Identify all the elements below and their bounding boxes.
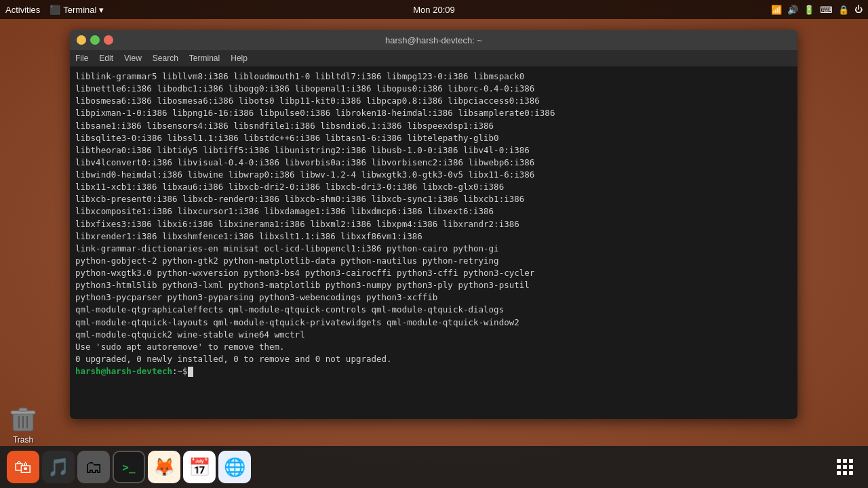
activities-button[interactable]: Activities [5,5,40,15]
terminal-output-12: libxcomposite1:i386 libxcursor1:i386 lib… [75,205,792,218]
top-bar: Activities ⬛ Terminal ▾ Mon 20:09 📶 🔊 🔋 … [0,0,868,19]
terminal-output-17: python-wxgtk3.0 python-wxversion python3… [75,267,792,279]
chromium-icon: 🌐 [224,457,245,478]
terminal-output-4: libpixman-1-0:i386 libpng16-16:i386 libp… [75,107,792,119]
keyboard-icon[interactable]: ⌨ [820,5,833,15]
trash-icon-container[interactable]: Trash [9,404,37,445]
window-controls [77,35,113,45]
top-bar-left: Activities ⬛ Terminal ▾ [5,5,104,15]
terminal-output-22: qml-module-qtquick2 wine-stable wine64 w… [75,329,792,341]
terminal-output-1: liblink-grammar5 libllvm8:i386 libloudmo… [75,70,792,83]
apps-grid-icon [837,459,853,475]
taskbar-terminal[interactable]: >_ [113,451,145,483]
prompt-suffix: :~$ [172,365,188,378]
calendar-icon: 📅 [189,457,210,478]
terminal-output-9: libwind0-heimdal:i386 libwine libwrap0:i… [75,169,792,181]
terminal-icon-small: ⬛ [50,5,60,15]
terminal-taskbar-icon: >_ [122,461,135,474]
terminal-output-19: python3-pycparser python3-pyparsing pyth… [75,291,792,304]
taskbar-files[interactable]: 🗂 [77,451,110,483]
lock-icon[interactable]: 🔒 [838,5,849,15]
maximize-button[interactable] [90,35,100,45]
terminal-autoremove-notice: Use 'sudo apt autoremove' to remove them… [75,341,792,353]
menu-search[interactable]: Search [153,54,178,63]
window-title: harsh@harsh-devtech: ~ [385,35,482,45]
menu-file[interactable]: File [75,54,88,63]
app-name: Terminal [63,5,96,15]
network-icon[interactable]: 📶 [771,5,782,15]
rhythmbox-icon: 🎵 [47,457,69,478]
taskbar-ubuntu-software[interactable]: 🛍 [7,451,39,483]
terminal-cursor [188,367,193,377]
terminal-output-2: libnettle6:i386 libodbc1:i386 libogg0:i3… [75,83,792,95]
menu-help[interactable]: Help [231,54,248,63]
taskbar-chromium[interactable]: 🌐 [218,451,251,483]
terminal-window: harsh@harsh-devtech: ~ File Edit View Se… [70,30,797,419]
terminal-output-3: libosmesa6:i386 libosmesa6:i386 libots0 … [75,95,792,107]
top-bar-clock: Mon 20:09 [413,5,454,15]
terminal-output-21: qml-module-qtquick-layouts qml-module-qt… [75,317,792,329]
terminal-prompt-line: harsh@harsh-devtech:~$ [75,365,792,378]
firefox-icon: 🦊 [153,457,175,478]
terminal-output-18: python3-html5lib python3-lxml python3-ma… [75,279,792,291]
trash-icon [9,404,37,434]
terminal-output-10: libx11-xcb1:i386 libxau6:i386 libxcb-dri… [75,181,792,193]
terminal-body[interactable]: liblink-grammar5 libllvm8:i386 libloudmo… [70,66,797,419]
svg-rect-2 [19,408,27,411]
terminal-output-6: libsqlite3-0:i386 libssl1.1:i386 libstdc… [75,132,792,144]
ubuntu-software-icon: 🛍 [14,457,32,478]
menu-view[interactable]: View [124,54,142,63]
close-button[interactable] [104,35,113,45]
terminal-output-13: libxfixes3:i386 libxi6:i386 libxinerama1… [75,218,792,230]
show-apps-button[interactable] [829,451,861,483]
app-chevron: ▾ [99,5,104,15]
terminal-output-11: libxcb-present0:i386 libxcb-render0:i386… [75,193,792,205]
top-bar-indicators: 📶 🔊 🔋 ⌨ 🔒 ⏻ [771,5,863,15]
minimize-button[interactable] [77,35,86,45]
taskbar-calendar[interactable]: 📅 [183,451,216,483]
terminal-output-5: libsane1:i386 libsensors4:i386 libsndfil… [75,120,792,132]
terminal-menubar: File Edit View Search Terminal Help [70,50,797,66]
prompt-text: harsh@harsh-devtech [75,365,172,378]
power-icon[interactable]: ⏻ [854,5,863,14]
menu-terminal[interactable]: Terminal [189,54,220,63]
taskbar-rhythmbox[interactable]: 🎵 [42,451,75,483]
terminal-output-8: libv4lconvert0:i386 libvisual-0.4-0:i386… [75,157,792,169]
trash-label: Trash [13,435,33,445]
terminal-output-7: libtheora0:i386 libtidy5 libtiff5:i386 l… [75,144,792,157]
volume-icon[interactable]: 🔊 [787,5,798,15]
files-icon: 🗂 [85,457,102,478]
terminal-output-14: libxrender1:i386 libxshmfence1:i386 libx… [75,230,792,243]
menu-edit[interactable]: Edit [99,54,113,63]
battery-icon[interactable]: 🔋 [804,5,814,15]
taskbar: 🛍 🎵 🗂 >_ 🦊 📅 🌐 [0,446,868,488]
taskbar-firefox[interactable]: 🦊 [148,451,180,483]
terminal-summary: 0 upgraded, 0 newly installed, 0 to remo… [75,353,792,365]
terminal-titlebar: harsh@harsh-devtech: ~ [70,30,797,50]
terminal-output-20: qml-module-qtgraphicaleffects qml-module… [75,304,792,316]
terminal-output-16: python-gobject-2 python-gtk2 python-matp… [75,255,792,267]
terminal-output-15: link-grammar-dictionaries-en minisat ocl… [75,243,792,255]
top-bar-app[interactable]: ⬛ Terminal ▾ [50,5,104,15]
